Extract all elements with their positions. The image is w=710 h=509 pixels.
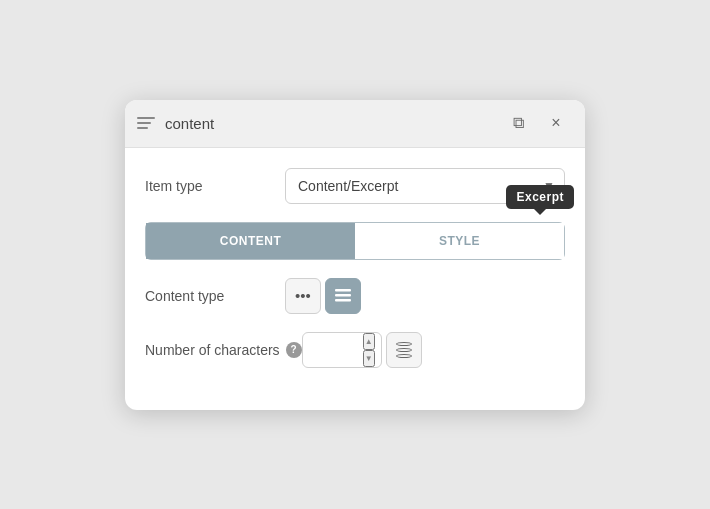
number-chars-label-group: Number of characters ?	[145, 342, 302, 358]
item-type-row: Item type Content/Excerpt ▼	[145, 168, 565, 204]
panel-title: content	[165, 115, 214, 132]
copy-button[interactable]: ⧉	[501, 106, 535, 140]
dots-button[interactable]: •••	[285, 278, 321, 314]
settings-panel: content ⧉ × Item type Content/Excerpt ▼ …	[125, 100, 585, 410]
help-text: ?	[291, 344, 297, 355]
number-input-wrapper: ▲ ▼	[302, 332, 422, 368]
spinner-buttons: ▲ ▼	[363, 333, 375, 367]
item-type-label: Item type	[145, 178, 285, 194]
content-type-buttons: •••	[285, 278, 361, 314]
panel-body: Item type Content/Excerpt ▼ CONTENT STYL…	[125, 148, 585, 410]
lines-button[interactable]	[325, 278, 361, 314]
database-icon	[396, 342, 412, 358]
tab-style-label: STYLE	[439, 234, 480, 248]
svg-rect-0	[335, 289, 351, 292]
tab-style[interactable]: STYLE Excerpt	[355, 223, 564, 259]
number-chars-row: Number of characters ? ▲ ▼	[145, 332, 565, 368]
menu-icon	[137, 117, 155, 129]
tabs-row: CONTENT STYLE Excerpt	[145, 222, 565, 260]
lines-icon	[335, 289, 351, 303]
spinner-up[interactable]: ▲	[363, 333, 375, 350]
svg-rect-2	[335, 299, 351, 302]
panel-header-left: content	[137, 115, 501, 132]
item-type-select-wrapper: Content/Excerpt ▼	[285, 168, 565, 204]
close-button[interactable]: ×	[539, 106, 573, 140]
spinner-down[interactable]: ▼	[363, 350, 375, 367]
tab-content[interactable]: CONTENT	[146, 223, 355, 259]
panel-header-actions: ⧉ ×	[501, 106, 573, 140]
content-type-row: Content type •••	[145, 278, 565, 314]
tab-content-label: CONTENT	[220, 234, 282, 248]
svg-rect-1	[335, 294, 351, 297]
item-type-select[interactable]: Content/Excerpt	[285, 168, 565, 204]
panel-header: content ⧉ ×	[125, 100, 585, 148]
help-icon[interactable]: ?	[286, 342, 302, 358]
content-type-label: Content type	[145, 288, 285, 304]
number-input[interactable]: ▲ ▼	[302, 332, 382, 368]
number-chars-label: Number of characters	[145, 342, 280, 358]
database-button[interactable]	[386, 332, 422, 368]
